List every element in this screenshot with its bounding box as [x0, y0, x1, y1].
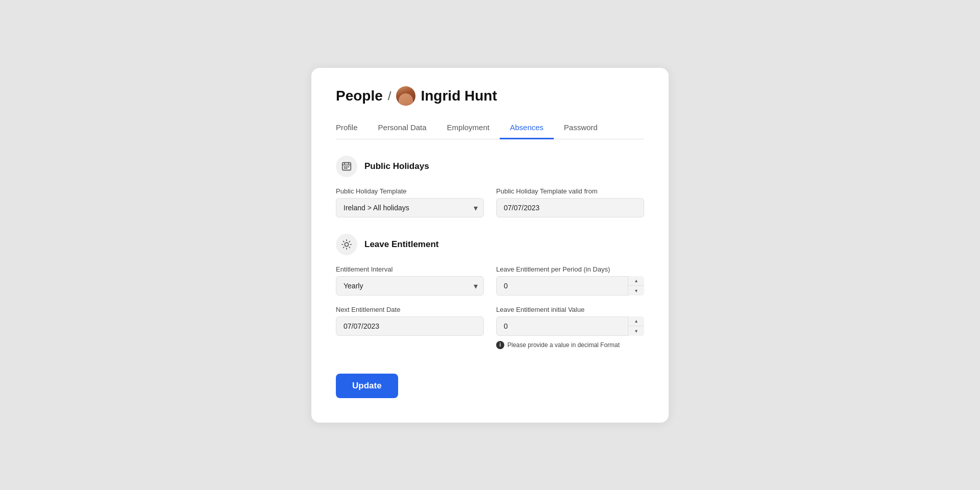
- next-date-label: Next Entitlement Date: [336, 306, 484, 313]
- svg-line-16: [344, 247, 344, 248]
- calendar-icon-wrapper: [336, 156, 357, 177]
- calendar-icon: [341, 161, 352, 172]
- svg-rect-0: [342, 162, 351, 170]
- interval-select[interactable]: Yearly Monthly Weekly: [336, 276, 484, 296]
- interval-group: Entitlement Interval Yearly Monthly Week…: [336, 265, 484, 296]
- breadcrumb: People / Ingrid Hunt: [336, 86, 644, 106]
- next-date-input[interactable]: [336, 316, 484, 336]
- initial-value-input[interactable]: [496, 316, 644, 336]
- next-date-group: Next Entitlement Date: [336, 306, 484, 349]
- user-name: Ingrid Hunt: [421, 88, 497, 104]
- tab-bar: Profile Personal Data Employment Absence…: [336, 118, 644, 139]
- initial-value-increment[interactable]: ▴: [628, 316, 644, 327]
- svg-line-15: [349, 247, 350, 248]
- breadcrumb-people[interactable]: People: [336, 88, 383, 104]
- interval-select-wrapper: Yearly Monthly Weekly ▾: [336, 276, 484, 296]
- initial-value-input-wrapper: ▴ ▾: [496, 316, 644, 336]
- section-header-leave: Leave Entitlement: [336, 234, 644, 255]
- per-period-input-wrapper: ▴ ▾: [496, 276, 644, 296]
- hint-text: Please provide a value in decimal Format: [507, 341, 620, 349]
- initial-value-spinners: ▴ ▾: [628, 316, 644, 336]
- template-label: Public Holiday Template: [336, 187, 484, 195]
- initial-value-label: Leave Entitlement initial Value: [496, 306, 644, 313]
- entitlement-row-2: Next Entitlement Date Leave Entitlement …: [336, 306, 644, 349]
- main-card: People / Ingrid Hunt Profile Personal Da…: [311, 68, 669, 423]
- per-period-label: Leave Entitlement per Period (in Days): [496, 265, 644, 273]
- public-holidays-title: Public Holidays: [364, 161, 429, 172]
- public-holidays-row: Public Holiday Template Ireland > All ho…: [336, 187, 644, 217]
- template-valid-from-label: Public Holiday Template valid from: [496, 187, 644, 195]
- per-period-increment[interactable]: ▴: [628, 276, 644, 286]
- template-select[interactable]: Ireland > All holidays UK > All holidays…: [336, 198, 484, 217]
- tab-personal-data[interactable]: Personal Data: [368, 118, 437, 139]
- tab-absences[interactable]: Absences: [500, 118, 554, 139]
- tab-profile[interactable]: Profile: [336, 118, 368, 139]
- per-period-spinners: ▴ ▾: [628, 276, 644, 296]
- per-period-group: Leave Entitlement per Period (in Days) ▴…: [496, 265, 644, 296]
- info-icon: i: [496, 341, 504, 349]
- update-button[interactable]: Update: [336, 374, 398, 398]
- leave-entitlement-section: Leave Entitlement Entitlement Interval Y…: [336, 234, 644, 349]
- entitlement-row-1: Entitlement Interval Yearly Monthly Week…: [336, 265, 644, 296]
- per-period-decrement[interactable]: ▾: [628, 286, 644, 296]
- template-group: Public Holiday Template Ireland > All ho…: [336, 187, 484, 217]
- avatar: [396, 86, 415, 106]
- section-header-public-holidays: Public Holidays: [336, 156, 644, 177]
- hint-container: i Please provide a value in decimal Form…: [496, 341, 644, 349]
- svg-point-9: [345, 242, 348, 246]
- template-valid-from-input[interactable]: [496, 198, 644, 217]
- svg-line-14: [344, 241, 344, 241]
- template-valid-from-group: Public Holiday Template valid from: [496, 187, 644, 217]
- leave-entitlement-title: Leave Entitlement: [364, 239, 439, 250]
- interval-label: Entitlement Interval: [336, 265, 484, 273]
- initial-value-decrement[interactable]: ▾: [628, 326, 644, 336]
- template-select-wrapper: Ireland > All holidays UK > All holidays…: [336, 198, 484, 217]
- sun-icon: [341, 239, 352, 250]
- initial-value-group: Leave Entitlement initial Value ▴ ▾ i Pl…: [496, 306, 644, 349]
- breadcrumb-separator: /: [388, 89, 391, 103]
- tab-password[interactable]: Password: [554, 118, 608, 139]
- svg-line-17: [349, 241, 350, 241]
- sun-icon-wrapper: [336, 234, 357, 255]
- per-period-input[interactable]: [496, 276, 644, 296]
- tab-employment[interactable]: Employment: [437, 118, 500, 139]
- breadcrumb-user: Ingrid Hunt: [396, 86, 497, 106]
- avatar-face: [399, 93, 413, 106]
- public-holidays-section: Public Holidays Public Holiday Template …: [336, 156, 644, 217]
